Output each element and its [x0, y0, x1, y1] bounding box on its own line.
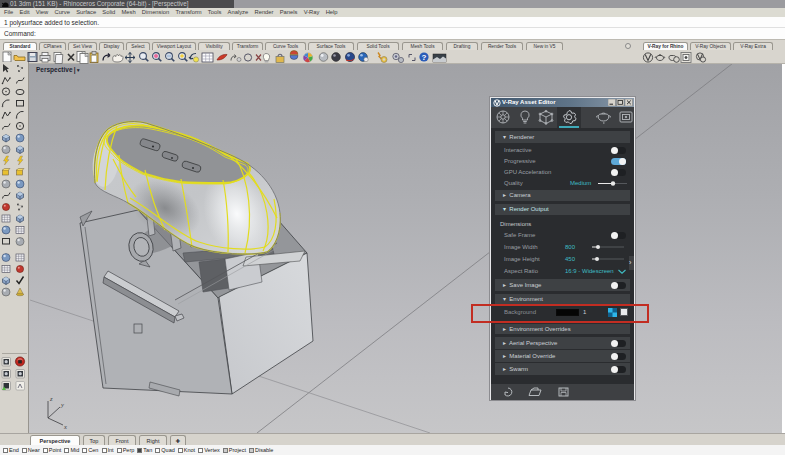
svg-text:y: y — [60, 401, 64, 408]
svg-text:z: z — [49, 395, 53, 402]
svg-text:x: x — [63, 423, 67, 430]
svg-text:?: ? — [422, 53, 427, 62]
